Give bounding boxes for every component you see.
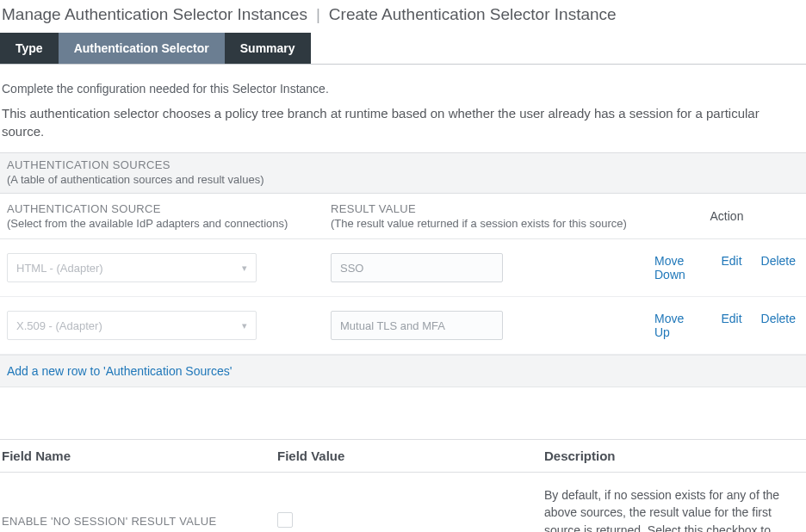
table-row: X.509 - (Adapter) ▾ Mutual TLS and MFA M… bbox=[0, 297, 806, 355]
edit-link[interactable]: Edit bbox=[721, 312, 741, 339]
auth-source-value: HTML - (Adapter) bbox=[16, 262, 103, 275]
auth-source-select[interactable]: X.509 - (Adapter) ▾ bbox=[7, 311, 257, 340]
tab-summary[interactable]: Summary bbox=[225, 33, 311, 64]
enable-no-session-checkbox[interactable] bbox=[277, 512, 293, 528]
breadcrumb-separator: | bbox=[316, 5, 320, 24]
result-value-input[interactable]: SSO bbox=[331, 253, 503, 282]
breadcrumb-parent[interactable]: Manage Authentication Selector Instances bbox=[2, 5, 307, 24]
auth-source-value: X.509 - (Adapter) bbox=[16, 319, 102, 332]
result-value-text: SSO bbox=[340, 262, 363, 275]
move-down-link[interactable]: Move Down bbox=[654, 254, 702, 281]
field-row: ENABLE 'NO SESSION' RESULT VALUE By defa… bbox=[0, 473, 806, 532]
delete-link[interactable]: Delete bbox=[761, 312, 796, 339]
field-name: ENABLE 'NO SESSION' RESULT VALUE bbox=[2, 515, 277, 528]
field-header-desc: Description bbox=[544, 448, 804, 463]
col-auth-source-sub: (Select from the available IdP adapters … bbox=[7, 217, 326, 230]
move-up-link[interactable]: Move Up bbox=[654, 312, 702, 339]
column-headers: AUTHENTICATION SOURCE (Select from the a… bbox=[0, 194, 806, 239]
col-auth-source-title: AUTHENTICATION SOURCE bbox=[7, 202, 326, 215]
edit-link[interactable]: Edit bbox=[721, 254, 741, 281]
result-value-text: Mutual TLS and MFA bbox=[340, 319, 445, 332]
field-header-name: Field Name bbox=[2, 448, 277, 463]
tab-type[interactable]: Type bbox=[0, 33, 59, 64]
table-row: HTML - (Adapter) ▾ SSO Move Down Edit De… bbox=[0, 239, 806, 297]
col-action: Action bbox=[654, 209, 799, 223]
section-title: AUTHENTICATION SOURCES bbox=[7, 158, 799, 171]
breadcrumb: Manage Authentication Selector Instances… bbox=[0, 0, 806, 33]
intro-line-2: This authentication selector chooses a p… bbox=[0, 104, 806, 152]
intro-line-1: Complete the configuration needed for th… bbox=[0, 80, 806, 104]
auth-source-select[interactable]: HTML - (Adapter) ▾ bbox=[7, 253, 257, 282]
field-header-row: Field Name Field Value Description bbox=[0, 439, 806, 473]
chevron-down-icon: ▾ bbox=[242, 320, 247, 331]
col-result-title: RESULT VALUE bbox=[331, 202, 649, 215]
add-row-bar: Add a new row to 'Authentication Sources… bbox=[0, 355, 806, 387]
breadcrumb-current: Create Authentication Selector Instance bbox=[329, 5, 617, 24]
delete-link[interactable]: Delete bbox=[761, 254, 796, 281]
tab-authentication-selector[interactable]: Authentication Selector bbox=[59, 33, 225, 64]
spacer bbox=[0, 387, 806, 439]
add-row-link[interactable]: Add a new row to 'Authentication Sources… bbox=[7, 364, 232, 378]
chevron-down-icon: ▾ bbox=[242, 263, 247, 274]
result-value-input[interactable]: Mutual TLS and MFA bbox=[331, 311, 503, 340]
wizard-tabs: Type Authentication Selector Summary bbox=[0, 33, 806, 65]
section-header: AUTHENTICATION SOURCES (A table of authe… bbox=[0, 152, 806, 194]
field-header-value: Field Value bbox=[277, 448, 544, 463]
section-subtitle: (A table of authentication sources and r… bbox=[7, 173, 799, 186]
field-description: By default, if no session exists for any… bbox=[544, 486, 804, 532]
col-result-sub: (The result value returned if a session … bbox=[331, 217, 649, 230]
